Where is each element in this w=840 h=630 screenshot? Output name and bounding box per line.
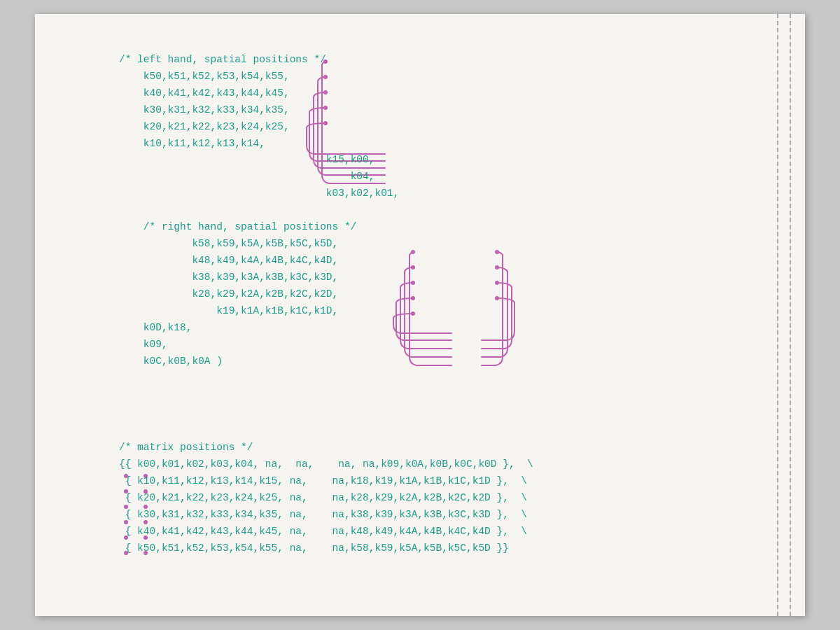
dashed-line-2 — [777, 14, 778, 616]
margin-lines — [763, 14, 805, 616]
left-hand-comment: /* left hand, spatial positions */ — [119, 54, 326, 65]
page: /* left hand, spatial positions */ k50,k… — [35, 14, 805, 616]
matrix-section: /* matrix positions */ {{ k00,k01,k02,k0… — [119, 423, 763, 573]
right-hand-comment: /* right hand, spatial positions */ — [119, 221, 356, 232]
dashed-line-1 — [790, 14, 791, 616]
code-content: /* left hand, spatial positions */ k50,k… — [119, 35, 763, 403]
matrix-comment: /* matrix positions */ — [119, 442, 253, 453]
